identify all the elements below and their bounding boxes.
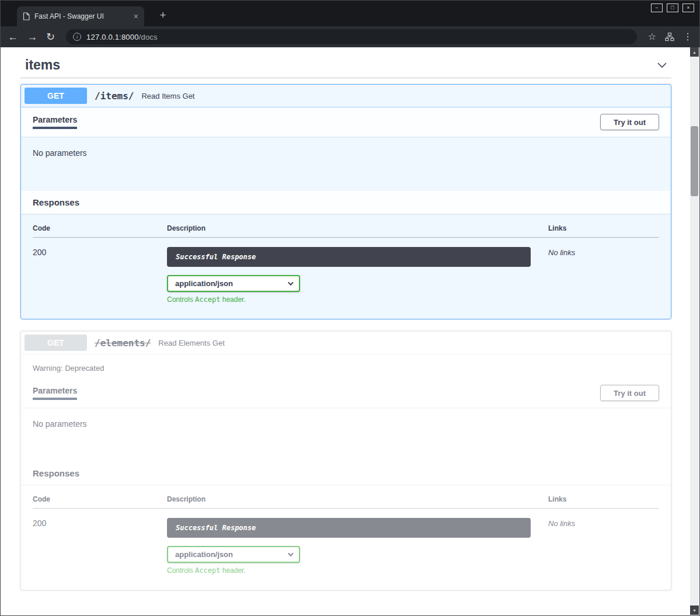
bookmark-star-icon[interactable]: ☆ [648,32,656,41]
media-type-value: application/json [175,279,233,288]
scrollbar-thumb[interactable] [691,126,698,196]
response-code: 200 [33,248,46,257]
parameters-title: Parameters [33,115,77,129]
reload-icon[interactable]: ↻ [46,32,55,42]
chevron-down-icon[interactable] [655,58,669,72]
response-row: 200 Successful Response application/json… [33,509,659,575]
url-path: /docs [139,33,158,41]
no-parameters-text: No parameters [21,408,671,462]
scroll-down-icon[interactable]: ▼ [690,605,699,615]
method-badge: GET [25,335,87,351]
try-it-out-button[interactable]: Try it out [600,114,659,130]
opblock-get-elements-deprecated: GET /elements/ Read Elements Get Warning… [20,331,671,590]
response-row: 200 Successful Response application/json… [33,238,659,304]
media-type-select[interactable]: application/json [167,546,300,563]
new-tab-button[interactable]: + [155,7,171,23]
method-badge: GET [25,88,87,104]
page-content: items GET /items/ Read Items Get Paramet… [1,47,690,615]
response-code: 200 [33,518,46,528]
back-icon[interactable]: ← [8,32,18,42]
opblock-get-items: GET /items/ Read Items Get Parameters Tr… [20,84,671,319]
parameters-header: Parameters Try it out [21,107,671,137]
response-description: Successful Response [167,518,531,538]
responses-table: Code Description Links 200 Successful Re… [33,495,659,575]
responses-table-wrap: Code Description Links 200 Successful Re… [21,485,671,590]
select-caret-icon [288,280,294,286]
address-bar[interactable]: i 127.0.0.1:8000/docs [66,29,637,44]
menu-kebab-icon[interactable]: ⋮ [683,32,692,41]
operation-path: /elements/ [95,337,151,349]
responses-title: Responses [33,468,79,478]
window-titlebar: Fast API - Swagger UI × + − □ × [1,1,699,26]
site-info-icon[interactable]: i [73,33,81,41]
col-header-description: Description [167,495,548,509]
col-header-links: Links [548,224,659,238]
responses-title: Responses [33,197,79,207]
responses-header: Responses [21,462,671,485]
vertical-scrollbar[interactable]: ▲ ▼ [690,47,699,615]
tab-title: Fast API - Swagger UI [34,12,129,20]
col-header-links: Links [548,495,659,509]
operation-path: /items/ [95,91,134,102]
maximize-button[interactable]: □ [667,4,678,12]
operation-summary: Read Items Get [141,92,194,100]
sitemap-icon[interactable] [665,32,674,41]
accept-header-note: Controls Accept header. [167,295,548,304]
media-type-select[interactable]: application/json [167,275,300,292]
window-controls: − □ × [651,4,694,12]
col-header-description: Description [167,224,548,238]
browser-tab[interactable]: Fast API - Swagger UI × [17,6,144,26]
forward-icon[interactable]: → [27,32,37,42]
parameters-header: Parameters Try it out [21,378,671,408]
operation-summary: Read Elements Get [158,339,224,347]
section-title: items [25,57,60,72]
browser-toolbar: ← → ↻ i 127.0.0.1:8000/docs ☆ ⋮ [1,26,699,47]
response-description: Successful Response [167,247,531,267]
opblock-summary[interactable]: GET /elements/ Read Elements Get [21,332,671,354]
response-links: No links [548,519,575,528]
col-header-code: Code [33,224,167,238]
accept-header-note: Controls Accept header. [167,566,548,575]
deprecated-warning: Warning: Deprecated [21,354,671,378]
scroll-up-icon[interactable]: ▲ [690,47,699,57]
try-it-out-button[interactable]: Try it out [600,385,659,401]
responses-table-wrap: Code Description Links 200 Successful Re… [21,214,671,319]
response-links: No links [548,248,575,257]
opblock-summary[interactable]: GET /items/ Read Items Get [21,85,671,107]
tag-section-header[interactable]: items [20,52,671,78]
no-parameters-text: No parameters [21,137,671,191]
page-favicon-icon [23,12,30,20]
media-type-value: application/json [175,550,233,559]
parameters-title: Parameters [33,386,77,400]
tab-close-icon[interactable]: × [134,12,138,20]
responses-table: Code Description Links 200 Successful Re… [33,224,659,304]
url-text: 127.0.0.1:8000/docs [86,33,158,41]
browser-window: Fast API - Swagger UI × + − □ × ← → ↻ i … [0,0,700,616]
minimize-button[interactable]: − [651,4,663,12]
col-header-code: Code [33,495,167,509]
close-button[interactable]: × [682,4,694,12]
responses-header: Responses [21,191,671,214]
select-caret-icon [288,551,294,556]
url-host: 127.0.0.1:8000 [86,33,139,41]
